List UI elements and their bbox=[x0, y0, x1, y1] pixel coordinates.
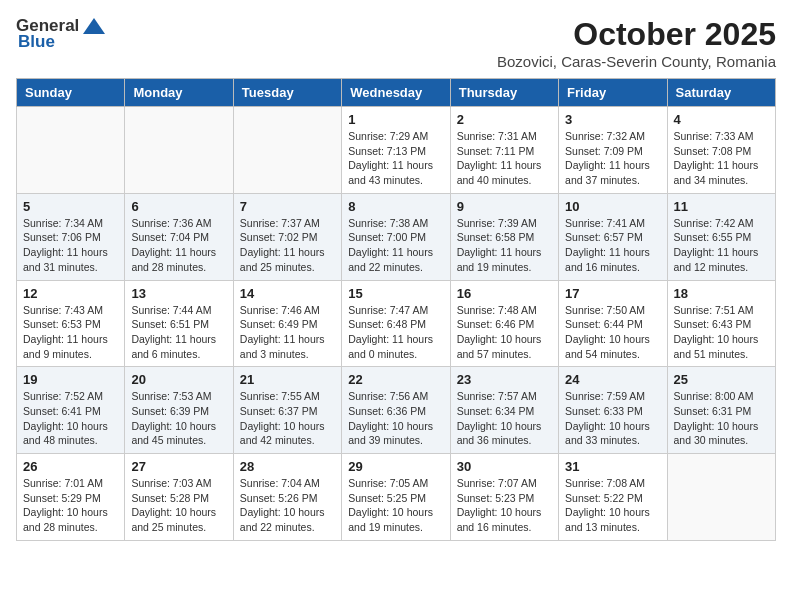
day-number: 29 bbox=[348, 459, 443, 474]
day-number: 27 bbox=[131, 459, 226, 474]
calendar-cell: 19Sunrise: 7:52 AM Sunset: 6:41 PM Dayli… bbox=[17, 367, 125, 454]
calendar-cell: 12Sunrise: 7:43 AM Sunset: 6:53 PM Dayli… bbox=[17, 280, 125, 367]
calendar-cell: 1Sunrise: 7:29 AM Sunset: 7:13 PM Daylig… bbox=[342, 107, 450, 194]
calendar-cell bbox=[125, 107, 233, 194]
day-info: Sunrise: 8:00 AM Sunset: 6:31 PM Dayligh… bbox=[674, 389, 769, 448]
day-info: Sunrise: 7:59 AM Sunset: 6:33 PM Dayligh… bbox=[565, 389, 660, 448]
day-number: 11 bbox=[674, 199, 769, 214]
header: General Blue October 2025 Bozovici, Cara… bbox=[16, 16, 776, 70]
day-number: 17 bbox=[565, 286, 660, 301]
day-info: Sunrise: 7:41 AM Sunset: 6:57 PM Dayligh… bbox=[565, 216, 660, 275]
calendar-cell: 2Sunrise: 7:31 AM Sunset: 7:11 PM Daylig… bbox=[450, 107, 558, 194]
calendar-cell: 27Sunrise: 7:03 AM Sunset: 5:28 PM Dayli… bbox=[125, 454, 233, 541]
calendar-cell: 5Sunrise: 7:34 AM Sunset: 7:06 PM Daylig… bbox=[17, 193, 125, 280]
day-info: Sunrise: 7:42 AM Sunset: 6:55 PM Dayligh… bbox=[674, 216, 769, 275]
calendar-header-row: SundayMondayTuesdayWednesdayThursdayFrid… bbox=[17, 79, 776, 107]
calendar-cell: 25Sunrise: 8:00 AM Sunset: 6:31 PM Dayli… bbox=[667, 367, 775, 454]
day-info: Sunrise: 7:56 AM Sunset: 6:36 PM Dayligh… bbox=[348, 389, 443, 448]
calendar-cell bbox=[233, 107, 341, 194]
day-number: 5 bbox=[23, 199, 118, 214]
calendar-cell: 11Sunrise: 7:42 AM Sunset: 6:55 PM Dayli… bbox=[667, 193, 775, 280]
day-info: Sunrise: 7:53 AM Sunset: 6:39 PM Dayligh… bbox=[131, 389, 226, 448]
day-number: 3 bbox=[565, 112, 660, 127]
calendar-week-row: 26Sunrise: 7:01 AM Sunset: 5:29 PM Dayli… bbox=[17, 454, 776, 541]
day-info: Sunrise: 7:57 AM Sunset: 6:34 PM Dayligh… bbox=[457, 389, 552, 448]
day-info: Sunrise: 7:34 AM Sunset: 7:06 PM Dayligh… bbox=[23, 216, 118, 275]
calendar-header-wednesday: Wednesday bbox=[342, 79, 450, 107]
day-info: Sunrise: 7:05 AM Sunset: 5:25 PM Dayligh… bbox=[348, 476, 443, 535]
day-number: 10 bbox=[565, 199, 660, 214]
day-info: Sunrise: 7:47 AM Sunset: 6:48 PM Dayligh… bbox=[348, 303, 443, 362]
calendar-cell: 17Sunrise: 7:50 AM Sunset: 6:44 PM Dayli… bbox=[559, 280, 667, 367]
calendar-cell: 24Sunrise: 7:59 AM Sunset: 6:33 PM Dayli… bbox=[559, 367, 667, 454]
day-number: 16 bbox=[457, 286, 552, 301]
location-subtitle: Bozovici, Caras-Severin County, Romania bbox=[497, 53, 776, 70]
day-number: 8 bbox=[348, 199, 443, 214]
calendar-cell bbox=[17, 107, 125, 194]
day-number: 4 bbox=[674, 112, 769, 127]
day-number: 12 bbox=[23, 286, 118, 301]
day-info: Sunrise: 7:07 AM Sunset: 5:23 PM Dayligh… bbox=[457, 476, 552, 535]
day-info: Sunrise: 7:31 AM Sunset: 7:11 PM Dayligh… bbox=[457, 129, 552, 188]
day-number: 6 bbox=[131, 199, 226, 214]
day-info: Sunrise: 7:33 AM Sunset: 7:08 PM Dayligh… bbox=[674, 129, 769, 188]
calendar-cell bbox=[667, 454, 775, 541]
calendar-cell: 3Sunrise: 7:32 AM Sunset: 7:09 PM Daylig… bbox=[559, 107, 667, 194]
day-info: Sunrise: 7:39 AM Sunset: 6:58 PM Dayligh… bbox=[457, 216, 552, 275]
day-number: 19 bbox=[23, 372, 118, 387]
day-info: Sunrise: 7:44 AM Sunset: 6:51 PM Dayligh… bbox=[131, 303, 226, 362]
calendar-cell: 7Sunrise: 7:37 AM Sunset: 7:02 PM Daylig… bbox=[233, 193, 341, 280]
day-number: 23 bbox=[457, 372, 552, 387]
day-info: Sunrise: 7:55 AM Sunset: 6:37 PM Dayligh… bbox=[240, 389, 335, 448]
calendar-cell: 23Sunrise: 7:57 AM Sunset: 6:34 PM Dayli… bbox=[450, 367, 558, 454]
day-number: 28 bbox=[240, 459, 335, 474]
calendar-cell: 6Sunrise: 7:36 AM Sunset: 7:04 PM Daylig… bbox=[125, 193, 233, 280]
calendar-cell: 30Sunrise: 7:07 AM Sunset: 5:23 PM Dayli… bbox=[450, 454, 558, 541]
calendar-week-row: 12Sunrise: 7:43 AM Sunset: 6:53 PM Dayli… bbox=[17, 280, 776, 367]
day-info: Sunrise: 7:51 AM Sunset: 6:43 PM Dayligh… bbox=[674, 303, 769, 362]
month-title: October 2025 bbox=[497, 16, 776, 53]
day-number: 21 bbox=[240, 372, 335, 387]
day-info: Sunrise: 7:04 AM Sunset: 5:26 PM Dayligh… bbox=[240, 476, 335, 535]
calendar: SundayMondayTuesdayWednesdayThursdayFrid… bbox=[16, 78, 776, 541]
logo-icon bbox=[83, 16, 105, 36]
calendar-week-row: 5Sunrise: 7:34 AM Sunset: 7:06 PM Daylig… bbox=[17, 193, 776, 280]
day-number: 25 bbox=[674, 372, 769, 387]
day-number: 31 bbox=[565, 459, 660, 474]
day-info: Sunrise: 7:38 AM Sunset: 7:00 PM Dayligh… bbox=[348, 216, 443, 275]
day-number: 1 bbox=[348, 112, 443, 127]
calendar-cell: 21Sunrise: 7:55 AM Sunset: 6:37 PM Dayli… bbox=[233, 367, 341, 454]
calendar-header-tuesday: Tuesday bbox=[233, 79, 341, 107]
day-info: Sunrise: 7:03 AM Sunset: 5:28 PM Dayligh… bbox=[131, 476, 226, 535]
day-number: 15 bbox=[348, 286, 443, 301]
day-info: Sunrise: 7:29 AM Sunset: 7:13 PM Dayligh… bbox=[348, 129, 443, 188]
day-number: 26 bbox=[23, 459, 118, 474]
day-info: Sunrise: 7:48 AM Sunset: 6:46 PM Dayligh… bbox=[457, 303, 552, 362]
calendar-cell: 31Sunrise: 7:08 AM Sunset: 5:22 PM Dayli… bbox=[559, 454, 667, 541]
day-info: Sunrise: 7:46 AM Sunset: 6:49 PM Dayligh… bbox=[240, 303, 335, 362]
logo: General Blue bbox=[16, 16, 105, 52]
day-info: Sunrise: 7:43 AM Sunset: 6:53 PM Dayligh… bbox=[23, 303, 118, 362]
day-number: 20 bbox=[131, 372, 226, 387]
calendar-header-sunday: Sunday bbox=[17, 79, 125, 107]
calendar-cell: 22Sunrise: 7:56 AM Sunset: 6:36 PM Dayli… bbox=[342, 367, 450, 454]
day-info: Sunrise: 7:36 AM Sunset: 7:04 PM Dayligh… bbox=[131, 216, 226, 275]
calendar-cell: 9Sunrise: 7:39 AM Sunset: 6:58 PM Daylig… bbox=[450, 193, 558, 280]
calendar-cell: 4Sunrise: 7:33 AM Sunset: 7:08 PM Daylig… bbox=[667, 107, 775, 194]
calendar-header-monday: Monday bbox=[125, 79, 233, 107]
calendar-cell: 10Sunrise: 7:41 AM Sunset: 6:57 PM Dayli… bbox=[559, 193, 667, 280]
calendar-week-row: 19Sunrise: 7:52 AM Sunset: 6:41 PM Dayli… bbox=[17, 367, 776, 454]
day-info: Sunrise: 7:01 AM Sunset: 5:29 PM Dayligh… bbox=[23, 476, 118, 535]
calendar-header-saturday: Saturday bbox=[667, 79, 775, 107]
calendar-cell: 14Sunrise: 7:46 AM Sunset: 6:49 PM Dayli… bbox=[233, 280, 341, 367]
day-number: 18 bbox=[674, 286, 769, 301]
day-info: Sunrise: 7:37 AM Sunset: 7:02 PM Dayligh… bbox=[240, 216, 335, 275]
svg-marker-0 bbox=[83, 18, 105, 34]
calendar-header-friday: Friday bbox=[559, 79, 667, 107]
day-number: 7 bbox=[240, 199, 335, 214]
calendar-cell: 29Sunrise: 7:05 AM Sunset: 5:25 PM Dayli… bbox=[342, 454, 450, 541]
day-number: 2 bbox=[457, 112, 552, 127]
calendar-cell: 8Sunrise: 7:38 AM Sunset: 7:00 PM Daylig… bbox=[342, 193, 450, 280]
calendar-header-thursday: Thursday bbox=[450, 79, 558, 107]
calendar-cell: 16Sunrise: 7:48 AM Sunset: 6:46 PM Dayli… bbox=[450, 280, 558, 367]
